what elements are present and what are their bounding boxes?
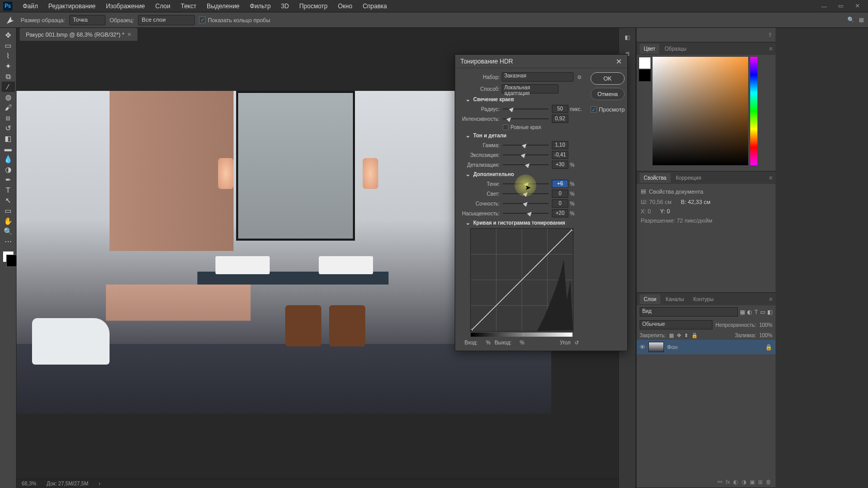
tool-zoom[interactable]: 🔍 [2,226,15,237]
preset-select[interactable]: Заказная [502,72,574,82]
tool-text[interactable]: T [2,185,15,195]
menu-text[interactable]: Текст [176,1,202,12]
tool-eyedropper[interactable]: ⁄ [2,82,15,92]
tool-dodge[interactable]: ◑ [2,164,15,175]
cancel-button[interactable]: Отмена [591,88,625,100]
menu-help[interactable]: Справка [358,1,392,12]
new-fill-icon[interactable]: ◑ [741,479,747,485]
workspace-icon[interactable]: ▦ [859,17,864,23]
tool-lasso[interactable]: ⌇ [2,51,15,61]
show-ring-checkbox[interactable]: ✓ [199,17,206,23]
panel-menu-icon[interactable]: ≡ [769,45,776,52]
tool-eraser[interactable]: ◧ [2,133,15,144]
section-tone-detail[interactable]: Тон и детали [466,132,583,139]
filter-shape-icon[interactable]: ▭ [760,309,765,316]
foreground-background-swatch[interactable] [3,251,14,262]
status-doc-size[interactable]: Док: 27,5M/27,5M [47,481,88,486]
window-maximize[interactable]: ▭ [833,2,848,11]
lock-all-icon[interactable]: 🔒 [691,333,698,338]
curve-gradient-strip[interactable]: ◇ [471,333,572,337]
panel-menu-icon[interactable]: ≡ [769,296,776,302]
window-close[interactable]: ✕ [849,2,865,11]
layer-name[interactable]: Фон [667,344,678,350]
tab-adjustments[interactable]: Коррекция [672,173,705,183]
tab-properties[interactable]: Свойства [640,173,671,183]
tool-edit-toolbar[interactable]: ⋯ [2,237,15,247]
tool-wand[interactable]: ✦ [2,61,15,71]
filter-pixel-icon[interactable]: ▦ [740,309,745,316]
tool-shape[interactable]: ▭ [2,206,15,216]
section-advanced[interactable]: Дополнительно [466,171,583,178]
menu-image[interactable]: Изображение [101,1,150,12]
exposure-slider[interactable] [503,151,549,159]
tool-blur[interactable]: 💧 [2,154,15,164]
saturation-value[interactable]: +20 [552,209,568,217]
tab-channels[interactable]: Каналы [661,294,688,304]
document-tab[interactable]: Ракурс 001.bmp @ 68,3% (RGB/32*) * × [20,28,137,41]
menu-window[interactable]: Окно [333,1,358,12]
tool-hand[interactable]: ✋ [2,216,15,226]
tool-crop[interactable]: ⧉ [2,71,15,82]
radius-value[interactable]: 50 [552,105,568,113]
fill-value[interactable]: 100% [759,333,772,338]
menu-view[interactable]: Просмотр [294,1,333,12]
lock-pixels-icon[interactable]: ▦ [669,333,674,338]
method-select[interactable]: Локальная адаптация [502,84,559,93]
delete-layer-icon[interactable]: 🗑 [766,479,771,485]
layer-style-icon[interactable]: fx [725,479,730,485]
tool-heal[interactable]: ◍ [2,92,15,102]
strength-slider[interactable] [503,115,549,122]
detail-value[interactable]: +30 [552,161,568,169]
tool-gradient[interactable]: ▬ [2,144,15,154]
tab-color[interactable]: Цвет [640,44,659,54]
highlight-value[interactable]: 0 [552,190,568,198]
toning-curve[interactable] [470,228,574,332]
tool-move[interactable]: ✥ [2,30,15,40]
filter-text-icon[interactable]: T [754,309,758,315]
radius-slider[interactable] [503,105,549,113]
opacity-value[interactable]: 100% [759,322,772,328]
new-layer-icon[interactable]: ⊞ [758,479,763,485]
gamma-slider[interactable] [503,141,549,149]
lock-position-icon[interactable]: ✥ [677,333,681,338]
link-layers-icon[interactable]: ⚯ [718,479,722,485]
menu-select[interactable]: Выделение [202,1,245,12]
exposure-value[interactable]: -0,41 [552,151,568,159]
shadow-value[interactable]: +6 [552,180,568,188]
gamma-value[interactable]: 1,10 [552,141,568,149]
tab-layers[interactable]: Слои [640,294,660,304]
tool-marquee[interactable]: ▭ [2,40,15,51]
filter-smart-icon[interactable]: ◧ [767,309,772,316]
tab-paths[interactable]: Контуры [689,294,718,304]
search-icon[interactable]: 🔍 [847,17,855,23]
tab-swatches[interactable]: Образцы [660,44,690,54]
menu-layers[interactable]: Слои [150,1,176,12]
new-group-icon[interactable]: ▣ [750,479,755,485]
menu-filter[interactable]: Фильтр [245,1,276,12]
hue-slider[interactable] [750,57,757,165]
blend-mode-select[interactable]: Обычные [640,320,712,329]
sample-size-select[interactable]: Точка [69,15,105,25]
smooth-edges-checkbox[interactable] [503,124,508,130]
status-zoom[interactable]: 68,3% [22,481,36,486]
current-tool-icon[interactable] [4,14,17,26]
menu-file[interactable]: Файл [18,1,43,12]
visibility-icon[interactable]: 👁 [640,344,645,350]
layer-thumbnail[interactable] [648,342,664,352]
reset-icon[interactable]: ↺ [575,340,579,345]
tool-path[interactable]: ↖ [2,195,15,206]
section-edge-glow[interactable]: Свечение краев [466,96,583,103]
layer-row-background[interactable]: 👁 Фон 🔒 [637,340,776,354]
layer-filter-kind[interactable]: Вид [640,307,738,317]
panel-menu-icon[interactable]: ≡ [769,175,776,181]
menu-edit[interactable]: Редактирование [43,1,101,12]
tool-history-brush[interactable]: ↺ [2,123,15,133]
strength-value[interactable]: 0,92 [552,115,568,123]
ok-button[interactable]: OK [591,72,625,85]
vibrance-value[interactable]: 0 [552,199,568,208]
close-icon[interactable]: × [127,30,131,38]
tool-pen[interactable]: ✒ [2,175,15,185]
color-preview[interactable] [639,57,651,83]
lock-nesting-icon[interactable]: ⬍ [684,333,688,338]
detail-slider[interactable] [503,161,549,168]
